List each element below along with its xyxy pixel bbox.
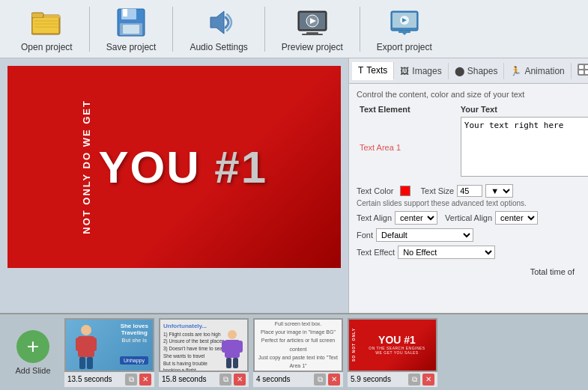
divider3 bbox=[264, 7, 265, 52]
effect-select[interactable]: No Effect bbox=[398, 246, 495, 259]
panel-description: Control the content, color and size of y… bbox=[357, 90, 588, 99]
svg-rect-3 bbox=[33, 18, 58, 33]
svg-rect-34 bbox=[87, 357, 93, 369]
thumb-duration-1: 13.5 seconds bbox=[67, 375, 112, 383]
font-row: Font Default bbox=[357, 228, 588, 242]
thumb-copy-3[interactable]: ⧉ bbox=[314, 374, 326, 386]
vertical-align-label: Vertical Align bbox=[445, 213, 492, 222]
thumb-actions-2: ⧉ ✕ bbox=[219, 374, 246, 386]
thumb-copy-2[interactable]: ⧉ bbox=[219, 374, 231, 386]
text-size-dropdown[interactable]: ▼ bbox=[485, 184, 513, 198]
align-select[interactable]: center bbox=[395, 211, 437, 225]
bottom-strip: + Add Slide She loves Traveling But she … bbox=[0, 313, 588, 390]
font-select[interactable]: Default bbox=[376, 228, 473, 242]
audio-settings-button[interactable]: Audio Settings bbox=[176, 0, 261, 58]
thumb-copy-1[interactable]: ⧉ bbox=[125, 374, 137, 386]
thumb-delete-1[interactable]: ✕ bbox=[139, 374, 151, 386]
thumb-delete-4[interactable]: ✕ bbox=[422, 374, 434, 386]
align-row: Text Align center Vertical Align center bbox=[357, 211, 588, 225]
slide-big-text: YOU #1 bbox=[99, 141, 267, 193]
texts-tab-icon: T bbox=[358, 65, 363, 76]
person-figure-1 bbox=[72, 324, 100, 371]
thumb-duration-4: 5.9 seconds bbox=[351, 375, 391, 383]
panel-tabs: T Texts 🖼 Images ⬤ Shapes 🏃 Animation bbox=[349, 58, 588, 84]
thumb-delete-2[interactable]: ✕ bbox=[234, 374, 246, 386]
text-row: Text Area 1 Your text right here bbox=[357, 115, 588, 180]
thumb4-rotated-text: SO NOT ONLY bbox=[351, 328, 356, 362]
svg-rect-39 bbox=[226, 358, 231, 368]
svg-rect-29 bbox=[579, 70, 584, 74]
thumb4-sub-text: ON THE SEARCH ENGINESWE GET YOU SALES bbox=[369, 346, 425, 355]
text-size-input[interactable] bbox=[457, 185, 482, 197]
divider4 bbox=[360, 7, 360, 52]
thumb1-content: She loves Traveling But she is bbox=[121, 323, 148, 343]
svg-rect-36 bbox=[91, 338, 97, 351]
svg-rect-18 bbox=[302, 34, 323, 35]
slide-thumb-4[interactable]: SO NOT ONLY YOU #1 ON THE SEARCH ENGINES… bbox=[348, 318, 437, 387]
text-color-label: Text Color bbox=[357, 186, 394, 195]
thumb1-bg: She loves Traveling But she is Unhappy bbox=[66, 320, 153, 371]
save-project-label: Save project bbox=[106, 42, 157, 52]
slide-canvas: NOT ONLY DO WE GET YOU #1 bbox=[7, 66, 341, 268]
preview-project-button[interactable]: Preview project bbox=[268, 0, 357, 58]
color-swatch[interactable] bbox=[400, 186, 410, 196]
thumb3-bg: Full screen text box. Place your image i… bbox=[255, 320, 342, 371]
thumb-footer-1: 13.5 seconds ⧉ ✕ bbox=[64, 372, 154, 387]
open-project-button[interactable]: Open project bbox=[7, 0, 86, 58]
person-figure-2 bbox=[220, 329, 244, 371]
text-input[interactable]: Your text right here bbox=[461, 117, 588, 177]
thumb3-text: Full screen text box. Place your image i… bbox=[258, 320, 339, 370]
vertical-align-select[interactable]: center bbox=[495, 211, 538, 225]
thumb-duration-2: 15.8 seconds bbox=[162, 375, 207, 383]
add-slide-button[interactable]: + Add Slide bbox=[6, 323, 60, 383]
thumb-delete-3[interactable]: ✕ bbox=[328, 374, 340, 386]
folder-icon bbox=[30, 6, 63, 39]
thumb-duration-3: 4 seconds bbox=[256, 375, 291, 383]
tab-images[interactable]: 🖼 Images bbox=[394, 63, 448, 79]
col-your-text: Your Text bbox=[458, 103, 588, 115]
main-area: NOT ONLY DO WE GET YOU #1 T Texts 🖼 Imag… bbox=[0, 58, 588, 313]
thumb-img-1: She loves Traveling But she is Unhappy bbox=[64, 318, 154, 372]
svg-rect-35 bbox=[76, 338, 82, 351]
svg-rect-11 bbox=[123, 25, 139, 34]
tab-shapes[interactable]: ⬤ Shapes bbox=[449, 63, 505, 79]
slide-text-main: NOT ONLY DO WE GET YOU #1 bbox=[81, 100, 267, 234]
svg-rect-42 bbox=[237, 341, 243, 353]
tab-texts[interactable]: T Texts bbox=[352, 62, 394, 80]
slide-rotated-text: NOT ONLY DO WE GET bbox=[81, 100, 93, 234]
preview-icon bbox=[296, 6, 329, 39]
divider2 bbox=[172, 7, 173, 52]
thumb-footer-3: 4 seconds ⧉ ✕ bbox=[253, 372, 343, 387]
svg-rect-28 bbox=[585, 65, 588, 69]
save-project-button[interactable]: Save project bbox=[93, 0, 170, 58]
thumb-img-4: SO NOT ONLY YOU #1 ON THE SEARCH ENGINES… bbox=[348, 318, 437, 372]
text-color-row: Text Color Text Size ▼ bbox=[357, 184, 588, 198]
thumb-footer-2: 15.8 seconds ⧉ ✕ bbox=[159, 372, 249, 387]
thumb-copy-4[interactable]: ⧉ bbox=[408, 374, 420, 386]
svg-rect-30 bbox=[585, 70, 588, 74]
thumb2-bg: Unfortunately... 1) Flight costs are too… bbox=[160, 320, 247, 371]
svg-marker-12 bbox=[210, 11, 224, 34]
svg-rect-41 bbox=[222, 341, 227, 353]
export-project-label: Export project bbox=[377, 42, 432, 52]
thumb-footer-4: 5.9 seconds ⧉ ✕ bbox=[348, 372, 437, 387]
col-text-element: Text Element bbox=[357, 103, 458, 115]
text-table: Text Element Your Text Text Area 1 Your … bbox=[357, 103, 588, 180]
toolbar: Open project Save project Audio Settings bbox=[0, 0, 588, 58]
slide-thumb-3[interactable]: Full screen text box. Place your image i… bbox=[253, 318, 343, 387]
svg-rect-33 bbox=[79, 357, 85, 369]
preview-project-label: Preview project bbox=[282, 42, 343, 52]
thumb-actions-4: ⧉ ✕ bbox=[408, 374, 434, 386]
svg-rect-9 bbox=[123, 9, 127, 16]
svg-rect-27 bbox=[579, 65, 584, 69]
panel-extra-button[interactable] bbox=[572, 61, 588, 82]
panel-content: Control the content, color and size of y… bbox=[349, 84, 588, 313]
slide-thumb-2[interactable]: Unfortunately... 1) Flight costs are too… bbox=[159, 318, 249, 387]
export-icon bbox=[388, 6, 421, 39]
text-area-label: Text Area 1 bbox=[360, 143, 401, 152]
slide-thumb-1[interactable]: She loves Traveling But she is Unhappy 1… bbox=[64, 318, 154, 387]
tab-animation[interactable]: 🏃 Animation bbox=[504, 63, 571, 79]
export-project-button[interactable]: Export project bbox=[363, 0, 446, 58]
canvas-area: NOT ONLY DO WE GET YOU #1 bbox=[0, 58, 348, 313]
svg-rect-2 bbox=[31, 13, 43, 18]
